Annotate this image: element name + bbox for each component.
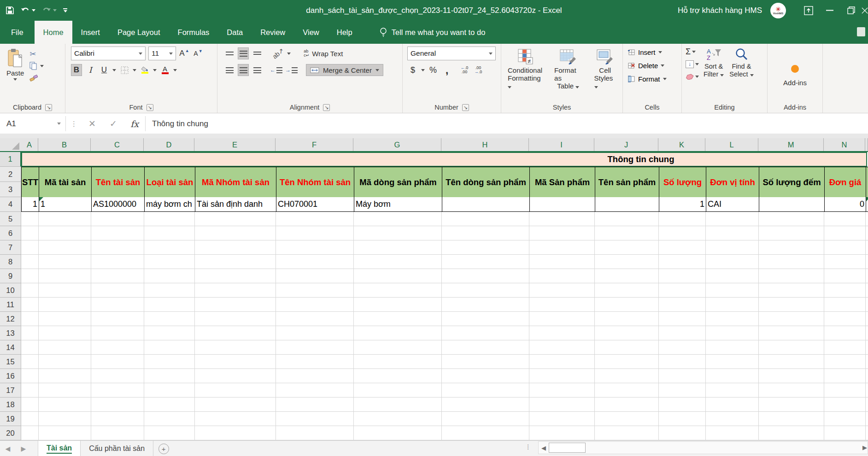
ribbon-display-options-icon[interactable] <box>798 0 819 21</box>
row-header-7[interactable]: 7 <box>0 240 21 255</box>
cell-L4[interactable]: CAI <box>706 197 759 212</box>
clear-button[interactable] <box>686 71 699 82</box>
cell-N8[interactable] <box>824 255 866 269</box>
cell-H12[interactable] <box>442 312 529 326</box>
cell-A14[interactable] <box>21 340 39 355</box>
cell-C8[interactable] <box>91 255 144 269</box>
cell-H10[interactable] <box>442 283 529 298</box>
cell-C15[interactable] <box>91 355 144 369</box>
cell-E5[interactable] <box>195 212 276 226</box>
decrease-indent-button[interactable]: ← <box>270 64 282 76</box>
cell-H5[interactable] <box>442 212 529 226</box>
insert-function-icon[interactable]: fx <box>124 113 145 134</box>
cell-H9[interactable] <box>442 269 529 283</box>
fill-color-button[interactable] <box>139 64 150 76</box>
cell-M14[interactable] <box>759 340 824 355</box>
cell-L12[interactable] <box>706 312 759 326</box>
cell-D5[interactable] <box>144 212 195 226</box>
cell-E4[interactable]: Tài sản định danh <box>195 197 276 212</box>
cell-I4[interactable] <box>530 197 595 212</box>
cell-D13[interactable] <box>144 326 195 340</box>
cell-L7[interactable] <box>706 240 759 255</box>
cell-B10[interactable] <box>39 283 91 298</box>
row-header-19[interactable]: 19 <box>0 412 21 426</box>
cell-A1-merged-selected[interactable]: Thông tin chung <box>21 152 867 167</box>
font-name-select[interactable]: Calibri <box>71 47 146 60</box>
cell-D11[interactable] <box>144 298 195 312</box>
cell-L17[interactable] <box>706 383 759 398</box>
cell-L19[interactable] <box>706 412 759 426</box>
cell-F6[interactable] <box>276 226 354 240</box>
cell-J5[interactable] <box>595 212 659 226</box>
cell-K13[interactable] <box>659 326 706 340</box>
column-header-L[interactable]: L <box>705 138 758 151</box>
cell-J16[interactable] <box>595 369 659 383</box>
percent-style-button[interactable]: % <box>428 64 439 76</box>
orientation-button[interactable]: ab↗ <box>272 47 284 59</box>
cell-F10[interactable] <box>276 283 354 298</box>
formula-content[interactable]: Thông tin chung <box>146 113 208 134</box>
bottom-align-button[interactable] <box>252 47 263 59</box>
cell-A7[interactable] <box>21 240 39 255</box>
cell-K14[interactable] <box>659 340 706 355</box>
cell-M16[interactable] <box>759 369 824 383</box>
cell-D4[interactable]: máy bơm ch <box>145 197 195 212</box>
cell-F8[interactable] <box>276 255 354 269</box>
cell-N19[interactable] <box>824 412 866 426</box>
increase-font-size-button[interactable]: A▲ <box>179 47 190 59</box>
column-header-G[interactable]: G <box>353 138 441 151</box>
cell-D15[interactable] <box>144 355 195 369</box>
cell-F5[interactable] <box>276 212 354 226</box>
cell-G10[interactable] <box>354 283 442 298</box>
column-header-B[interactable]: B <box>38 138 91 151</box>
cell-N12[interactable] <box>824 312 866 326</box>
cell-C17[interactable] <box>91 383 144 398</box>
cell-K19[interactable] <box>659 412 706 426</box>
cell-L13[interactable] <box>706 326 759 340</box>
accounting-format-button[interactable]: $ <box>407 64 418 76</box>
sheet-nav-right-icon[interactable]: ▶ <box>16 441 31 456</box>
cell-H13[interactable] <box>442 326 529 340</box>
increase-decimal-button[interactable]: ←.0.00 <box>459 64 470 76</box>
format-as-table-button[interactable]: Format asTable <box>551 47 586 102</box>
cell-F20[interactable] <box>276 426 354 440</box>
cell-M20[interactable] <box>759 426 824 440</box>
cell-K4[interactable]: 1 <box>659 197 706 212</box>
header-cell-B[interactable]: Mã tài sản <box>39 167 92 198</box>
sheet-tab-tai-san[interactable]: Tài sản <box>38 441 81 456</box>
cell-D20[interactable] <box>144 426 195 440</box>
cell-D14[interactable] <box>144 340 195 355</box>
cell-K7[interactable] <box>659 240 706 255</box>
cell-H17[interactable] <box>442 383 529 398</box>
cell-C19[interactable] <box>91 412 144 426</box>
header-cell-J[interactable]: Tên sản phẩm <box>595 167 659 198</box>
cell-E13[interactable] <box>195 326 276 340</box>
cell-K20[interactable] <box>659 426 706 440</box>
restore-button[interactable] <box>840 0 862 21</box>
cell-M9[interactable] <box>759 269 824 283</box>
cell-B19[interactable] <box>39 412 91 426</box>
cell-B20[interactable] <box>39 426 91 440</box>
cell-styles-button[interactable]: CellStyles <box>591 47 620 102</box>
sheet-nav-left-icon[interactable]: ◀ <box>0 441 16 456</box>
cell-N16[interactable] <box>824 369 866 383</box>
align-left-button[interactable] <box>224 64 235 76</box>
column-header-K[interactable]: K <box>658 138 705 151</box>
row-header-12[interactable]: 12 <box>0 312 21 326</box>
cell-A13[interactable] <box>21 326 39 340</box>
close-button[interactable] <box>862 0 868 21</box>
horizontal-scrollbar[interactable]: ◀ <box>538 441 868 454</box>
cell-G19[interactable] <box>354 412 442 426</box>
borders-button[interactable] <box>119 64 130 76</box>
cell-C16[interactable] <box>91 369 144 383</box>
cell-H4[interactable] <box>442 197 530 212</box>
cell-M18[interactable] <box>759 398 824 412</box>
cell-E7[interactable] <box>195 240 276 255</box>
sheet-tab-cau-phan-tai-san[interactable]: Cấu phần tài sản <box>81 441 153 456</box>
cell-I19[interactable] <box>529 412 595 426</box>
autosum-button[interactable]: Σ <box>686 47 699 57</box>
header-cell-F[interactable]: Tên Nhóm tài sản <box>276 167 354 198</box>
cell-M12[interactable] <box>759 312 824 326</box>
cell-E17[interactable] <box>195 383 276 398</box>
cell-B8[interactable] <box>39 255 91 269</box>
